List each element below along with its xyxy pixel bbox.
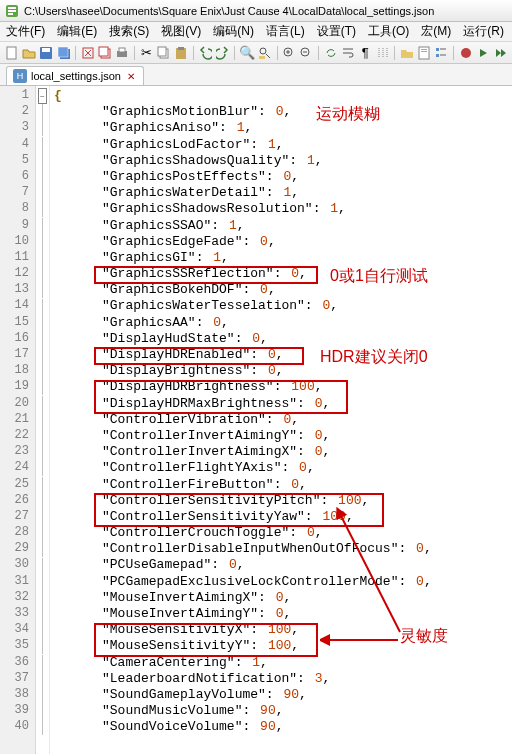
show-all-icon[interactable]: ¶: [358, 44, 373, 62]
code-line[interactable]: "CameraCentering": 1,: [54, 655, 512, 671]
code-content[interactable]: {"GraphicsMotionBlur": 0,"GraphicsAniso"…: [50, 86, 512, 754]
code-line[interactable]: "GraphicsLodFactor": 1,: [54, 137, 512, 153]
code-line[interactable]: "DisplayHDREnabled": 0,: [54, 347, 512, 363]
svg-rect-22: [419, 47, 429, 59]
redo-icon[interactable]: [215, 44, 230, 62]
code-line[interactable]: "PCGamepadExclusiveLockControllerMode": …: [54, 574, 512, 590]
code-line[interactable]: "ControllerInvertAimingX": 0,: [54, 444, 512, 460]
code-line[interactable]: "ControllerCrouchToggle": 0,: [54, 525, 512, 541]
replace-icon[interactable]: [257, 44, 272, 62]
code-line[interactable]: "GraphicsMotionBlur": 0,: [54, 104, 512, 120]
menu-encode[interactable]: 编码(N): [207, 23, 260, 40]
menu-bar: 文件(F) 编辑(E) 搜索(S) 视图(V) 编码(N) 语言(L) 设置(T…: [0, 22, 512, 42]
code-line[interactable]: "DisplayBrightness": 0,: [54, 363, 512, 379]
code-line[interactable]: "SoundGameplayVolume": 90,: [54, 687, 512, 703]
code-line[interactable]: "DisplayHudState": 0,: [54, 331, 512, 347]
window-title: C:\Users\hasee\Documents\Square Enix\Jus…: [24, 5, 434, 17]
code-line[interactable]: "GraphicsPostEffects": 0,: [54, 169, 512, 185]
menu-edit[interactable]: 编辑(E): [51, 23, 103, 40]
menu-tools[interactable]: 工具(O): [362, 23, 415, 40]
save-icon[interactable]: [39, 44, 54, 62]
svg-rect-4: [7, 47, 16, 59]
code-line[interactable]: "GraphicsSSReflection": 0,: [54, 266, 512, 282]
menu-file[interactable]: 文件(F): [0, 23, 51, 40]
code-line[interactable]: "ControllerFlightYAxis": 0,: [54, 460, 512, 476]
copy-icon[interactable]: [156, 44, 171, 62]
svg-rect-6: [42, 48, 50, 52]
menu-search[interactable]: 搜索(S): [103, 23, 155, 40]
cut-icon[interactable]: ✂: [139, 44, 154, 62]
code-line[interactable]: "GraphicsAniso": 1,: [54, 120, 512, 136]
code-line[interactable]: "GraphicsShadowsResolution": 1,: [54, 201, 512, 217]
svg-rect-28: [440, 54, 446, 56]
code-line[interactable]: "GraphicsGI": 1,: [54, 250, 512, 266]
editor[interactable]: 1234567891011121314151617181920212223242…: [0, 86, 512, 754]
svg-rect-25: [436, 48, 439, 51]
code-line[interactable]: "GraphicsWaterTesselation": 0,: [54, 298, 512, 314]
code-line[interactable]: "GraphicsWaterDetail": 1,: [54, 185, 512, 201]
code-line[interactable]: "ControllerInvertAimingY": 0,: [54, 428, 512, 444]
code-line[interactable]: "GraphicsAA": 0,: [54, 315, 512, 331]
code-line[interactable]: "MouseSensitivityX": 100,: [54, 622, 512, 638]
line-number-gutter: 1234567891011121314151617181920212223242…: [0, 86, 36, 754]
code-line[interactable]: "MouseInvertAimingX": 0,: [54, 590, 512, 606]
code-line[interactable]: "GraphicsEdgeFade": 0,: [54, 234, 512, 250]
svg-rect-3: [8, 13, 13, 15]
paste-icon[interactable]: [174, 44, 189, 62]
close-all-icon[interactable]: [97, 44, 112, 62]
code-line[interactable]: "PCUseGamepad": 0,: [54, 557, 512, 573]
fold-toggle-icon[interactable]: −: [38, 88, 47, 104]
zoom-in-icon[interactable]: [281, 44, 296, 62]
code-line[interactable]: "MouseSensitivityY": 100,: [54, 638, 512, 654]
code-line[interactable]: "GraphicsSSAO": 1,: [54, 218, 512, 234]
fold-strip: −: [36, 86, 50, 754]
function-list-icon[interactable]: [434, 44, 449, 62]
undo-icon[interactable]: [198, 44, 213, 62]
code-line[interactable]: "ControllerSensitivityYaw": 100,: [54, 509, 512, 525]
doc-map-icon[interactable]: [416, 44, 431, 62]
svg-rect-2: [8, 10, 16, 12]
find-icon[interactable]: 🔍: [239, 44, 255, 62]
close-icon[interactable]: [80, 44, 95, 62]
print-icon[interactable]: [115, 44, 130, 62]
code-line[interactable]: "ControllerVibration": 0,: [54, 412, 512, 428]
tab-close-icon[interactable]: ✕: [127, 71, 135, 82]
menu-language[interactable]: 语言(L): [260, 23, 311, 40]
open-file-icon[interactable]: [21, 44, 36, 62]
code-line[interactable]: "GraphicsBokehDOF": 0,: [54, 282, 512, 298]
svg-rect-15: [158, 47, 166, 56]
code-line[interactable]: "ControllerFireButton": 0,: [54, 477, 512, 493]
menu-macro[interactable]: 宏(M): [415, 23, 457, 40]
new-file-icon[interactable]: [4, 44, 19, 62]
tab-label: local_settings.json: [31, 70, 121, 82]
folder-icon[interactable]: [399, 44, 414, 62]
code-line[interactable]: "DisplayHDRBrightness": 100,: [54, 379, 512, 395]
code-line[interactable]: "MouseInvertAimingY": 0,: [54, 606, 512, 622]
svg-rect-27: [436, 54, 439, 57]
play-icon[interactable]: [475, 44, 490, 62]
code-line[interactable]: "GraphicsShadowsQuality": 1,: [54, 153, 512, 169]
svg-rect-1: [8, 7, 16, 9]
code-line[interactable]: "ControllerSensitivityPitch": 100,: [54, 493, 512, 509]
menu-settings[interactable]: 设置(T): [311, 23, 362, 40]
code-line[interactable]: {: [54, 88, 512, 104]
svg-rect-8: [58, 47, 68, 57]
wordwrap-icon[interactable]: [340, 44, 355, 62]
save-all-icon[interactable]: [56, 44, 71, 62]
tab-active[interactable]: H local_settings.json ✕: [6, 66, 144, 85]
play-multi-icon[interactable]: [493, 44, 508, 62]
menu-run[interactable]: 运行(R): [457, 23, 510, 40]
code-line[interactable]: "SoundMusicVolume": 90,: [54, 703, 512, 719]
code-line[interactable]: "SoundVoiceVolume": 90,: [54, 719, 512, 735]
code-line[interactable]: "LeaderboardNotification": 3,: [54, 671, 512, 687]
svg-rect-24: [421, 51, 427, 52]
menu-view[interactable]: 视图(V): [155, 23, 207, 40]
record-icon[interactable]: [458, 44, 473, 62]
indent-guide-icon[interactable]: [375, 44, 390, 62]
svg-rect-19: [259, 56, 265, 59]
code-line[interactable]: "DisplayHDRMaxBrightness": 0,: [54, 396, 512, 412]
svg-rect-13: [119, 48, 125, 52]
zoom-out-icon[interactable]: [299, 44, 314, 62]
sync-icon[interactable]: [323, 44, 338, 62]
code-line[interactable]: "ControllerDisableInputWhenOutOfFocus": …: [54, 541, 512, 557]
